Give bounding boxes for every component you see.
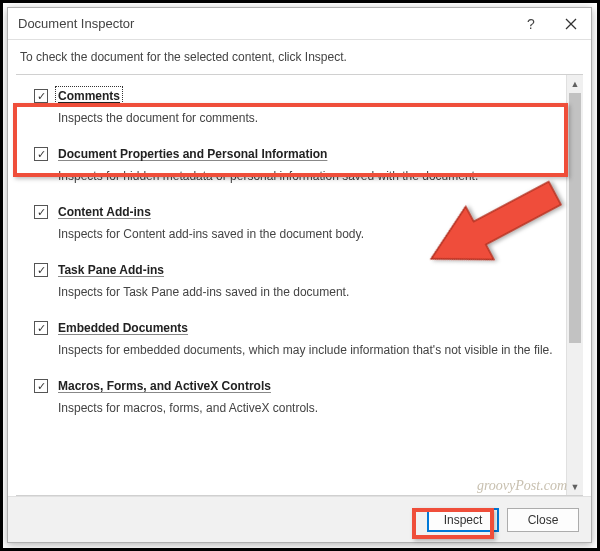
titlebar: Document Inspector ? (8, 8, 591, 40)
dialog-title: Document Inspector (18, 16, 511, 31)
item-desc-doc-properties: Inspects for hidden metadata or personal… (58, 169, 554, 183)
scroll-down-icon[interactable]: ▼ (567, 478, 583, 495)
item-title-taskpane-addins[interactable]: Task Pane Add-ins (58, 263, 164, 277)
item-desc-content-addins: Inspects for Content add-ins saved in th… (58, 227, 554, 241)
item-title-macros[interactable]: Macros, Forms, and ActiveX Controls (58, 379, 271, 393)
item-content-addins: Content Add-ins Inspects for Content add… (16, 193, 564, 251)
scrollbar-thumb[interactable] (569, 93, 581, 343)
item-desc-taskpane-addins: Inspects for Task Pane add-ins saved in … (58, 285, 554, 299)
document-inspector-dialog: Document Inspector ? To check the docume… (7, 7, 592, 543)
checkbox-content-addins[interactable] (34, 205, 48, 219)
checkbox-embedded-docs[interactable] (34, 321, 48, 335)
item-desc-embedded-docs: Inspects for embedded documents, which m… (58, 343, 554, 357)
item-embedded-docs: Embedded Documents Inspects for embedded… (16, 309, 564, 367)
item-desc-comments: Inspects the document for comments. (58, 111, 554, 125)
item-title-doc-properties[interactable]: Document Properties and Personal Informa… (58, 147, 327, 161)
scrollbar[interactable]: ▲ ▼ (566, 75, 583, 495)
checkbox-comments[interactable] (34, 89, 48, 103)
instruction-text: To check the document for the selected c… (8, 40, 591, 74)
scroll-up-icon[interactable]: ▲ (567, 75, 583, 92)
checkbox-doc-properties[interactable] (34, 147, 48, 161)
item-title-comments[interactable]: Comments (58, 89, 120, 103)
item-title-content-addins[interactable]: Content Add-ins (58, 205, 151, 219)
checkbox-taskpane-addins[interactable] (34, 263, 48, 277)
inspect-button[interactable]: Inspect (427, 508, 499, 532)
scroll-container: Comments Inspects the document for comme… (16, 74, 583, 496)
close-icon[interactable] (551, 8, 591, 40)
item-taskpane-addins: Task Pane Add-ins Inspects for Task Pane… (16, 251, 564, 309)
item-desc-macros: Inspects for macros, forms, and ActiveX … (58, 401, 554, 415)
checkbox-macros[interactable] (34, 379, 48, 393)
item-doc-properties: Document Properties and Personal Informa… (16, 135, 564, 193)
close-button[interactable]: Close (507, 508, 579, 532)
item-title-embedded-docs[interactable]: Embedded Documents (58, 321, 188, 335)
item-comments: Comments Inspects the document for comme… (16, 77, 564, 135)
dialog-footer: Inspect Close (8, 496, 591, 542)
help-button[interactable]: ? (511, 8, 551, 40)
inspect-options-list: Comments Inspects the document for comme… (16, 75, 566, 495)
item-macros: Macros, Forms, and ActiveX Controls Insp… (16, 367, 564, 425)
